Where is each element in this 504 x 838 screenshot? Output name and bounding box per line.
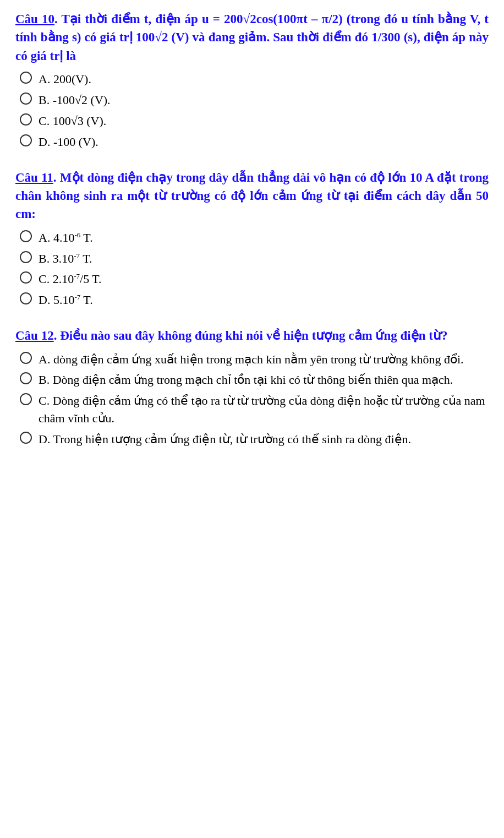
list-item: C. 2.10-7/5 T.	[20, 270, 489, 288]
option-label: D. Trong hiện tượng cảm ứng điện từ, từ …	[39, 431, 489, 448]
radio-button[interactable]	[20, 432, 32, 444]
option-label: A. dòng điện cảm ứng xuất hiện trong mạc…	[39, 351, 489, 368]
option-label: C. 100√3 (V).	[39, 112, 489, 130]
question-12-title: Câu 12. Điều nào sau đây không đúng khi …	[15, 327, 489, 345]
option-label: B. 3.10-7 T.	[39, 250, 489, 268]
question-12-text: . Điều nào sau đây không đúng khi nói về…	[54, 329, 448, 342]
list-item: A. dòng điện cảm ứng xuất hiện trong mạc…	[20, 351, 489, 368]
question-10-options: A. 200(V). B. -100√2 (V). C. 100√3 (V). …	[20, 70, 489, 151]
radio-button[interactable]	[20, 230, 32, 242]
option-label: C. Dòng điện cảm ứng có thể tạo ra từ từ…	[39, 392, 489, 427]
list-item: D. -100 (V).	[20, 133, 489, 151]
list-item: B. -100√2 (V).	[20, 91, 489, 109]
question-10-number: Câu 10	[15, 12, 54, 26]
list-item: A. 4.10-6 T.	[20, 229, 489, 247]
option-label: B. Dòng điện cảm ứng trong mạch chỉ tồn …	[39, 371, 489, 389]
question-12-number: Câu 12	[15, 329, 54, 342]
option-label: C. 2.10-7/5 T.	[39, 270, 489, 288]
question-10-title: Câu 10. Tại thời điểm t, điện áp u = 200…	[15, 10, 489, 65]
radio-button[interactable]	[20, 134, 32, 146]
list-item: A. 200(V).	[20, 70, 489, 88]
radio-button[interactable]	[20, 251, 32, 263]
radio-button[interactable]	[20, 352, 32, 364]
radio-button[interactable]	[20, 92, 32, 105]
list-item: D. Trong hiện tượng cảm ứng điện từ, từ …	[20, 431, 489, 448]
list-item: C. 100√3 (V).	[20, 112, 489, 130]
radio-button[interactable]	[20, 292, 32, 304]
option-label: A. 200(V).	[39, 70, 489, 88]
list-item: D. 5.10-7 T.	[20, 291, 489, 309]
question-10: Câu 10. Tại thời điểm t, điện áp u = 200…	[15, 10, 489, 151]
question-11-number: Câu 11	[15, 171, 53, 184]
question-12: Câu 12. Điều nào sau đây không đúng khi …	[15, 327, 489, 448]
question-11-text: . Một dòng điện chạy trong dây dẫn thẳng…	[15, 171, 489, 221]
question-11-title: Câu 11. Một dòng điện chạy trong dây dẫn…	[15, 168, 489, 224]
list-item: B. Dòng điện cảm ứng trong mạch chỉ tồn …	[20, 371, 489, 389]
radio-button[interactable]	[20, 372, 32, 384]
question-11: Câu 11. Một dòng điện chạy trong dây dẫn…	[15, 168, 489, 309]
radio-button[interactable]	[20, 113, 32, 126]
radio-button[interactable]	[20, 72, 32, 84]
question-11-options: A. 4.10-6 T. B. 3.10-7 T. C. 2.10-7/5 T.…	[20, 229, 489, 309]
option-label: B. -100√2 (V).	[39, 91, 489, 109]
question-12-options: A. dòng điện cảm ứng xuất hiện trong mạc…	[20, 351, 489, 448]
list-item: C. Dòng điện cảm ứng có thể tạo ra từ từ…	[20, 392, 489, 427]
option-label: A. 4.10-6 T.	[39, 229, 489, 247]
list-item: B. 3.10-7 T.	[20, 250, 489, 268]
question-10-text: . Tại thời điểm t, điện áp u = 200√2cos(…	[15, 12, 489, 63]
radio-button[interactable]	[20, 393, 32, 405]
radio-button[interactable]	[20, 271, 32, 284]
option-label: D. -100 (V).	[39, 133, 489, 151]
option-label: D. 5.10-7 T.	[39, 291, 489, 309]
